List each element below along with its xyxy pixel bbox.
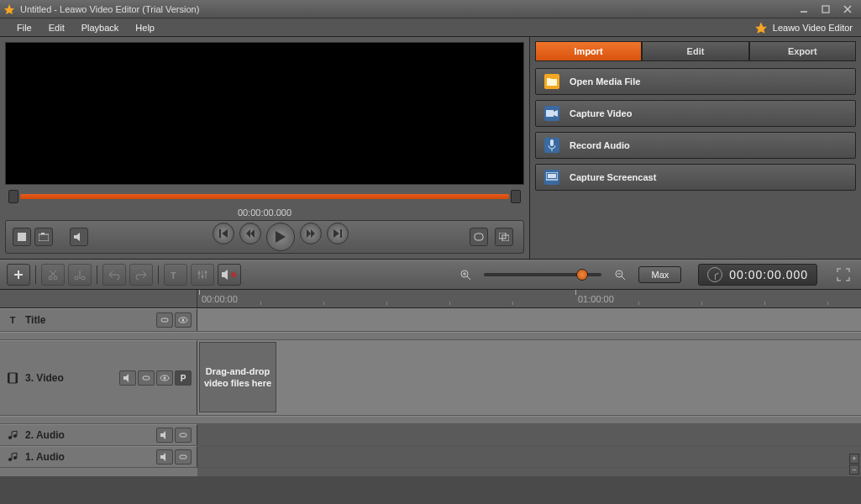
menu-playback[interactable]: Playback (73, 23, 128, 33)
go-start-button[interactable] (213, 223, 234, 244)
action-record-audio[interactable]: Record Audio (535, 132, 856, 159)
svg-marker-11 (250, 229, 255, 238)
svg-marker-13 (307, 229, 311, 238)
add-button[interactable] (7, 264, 30, 286)
svg-rect-51 (161, 318, 168, 322)
camera-icon (544, 106, 559, 121)
split-button[interactable] (68, 264, 92, 286)
text-button[interactable]: T (164, 264, 187, 286)
svg-marker-66 (160, 431, 165, 439)
track-audio-2-body[interactable] (197, 424, 861, 445)
undo-button[interactable] (102, 264, 126, 286)
video-track-icon (5, 370, 20, 386)
svg-line-72 (12, 453, 17, 454)
effects-button[interactable] (191, 264, 214, 286)
monitor-icon (544, 170, 559, 185)
minimize-button[interactable] (794, 3, 814, 16)
track-title-link-button[interactable] (156, 312, 173, 328)
zoom-slider-knob[interactable] (576, 269, 588, 281)
audio-track-icon (5, 449, 20, 465)
close-button[interactable] (837, 3, 858, 16)
svg-line-30 (50, 270, 56, 276)
zoom-slider[interactable] (484, 273, 601, 276)
zoom-in-icon[interactable] (454, 264, 477, 286)
timeline-clock: 00:00:00.000 (698, 264, 817, 286)
maximize-button[interactable] (816, 3, 836, 16)
stop-button[interactable] (13, 228, 31, 246)
action-record-audio-label: Record Audio (570, 140, 630, 150)
svg-point-32 (75, 276, 78, 280)
track-video-body[interactable]: Drag-and-drop video files here (197, 340, 861, 415)
svg-rect-5 (39, 234, 49, 241)
track-title-visibility-button[interactable] (175, 312, 192, 328)
action-capture-video[interactable]: Capture Video (535, 100, 856, 127)
track-video-link-button[interactable] (138, 370, 155, 386)
scrub-handle-right[interactable] (511, 190, 521, 203)
svg-marker-73 (160, 453, 165, 461)
svg-rect-16 (340, 229, 342, 238)
cut-button[interactable] (41, 264, 65, 286)
action-capture-video-label: Capture Video (570, 108, 632, 118)
svg-rect-20 (546, 110, 554, 117)
volume-button[interactable] (70, 228, 88, 246)
scrub-track[interactable] (20, 194, 509, 199)
track-video-header: 3. Video P (0, 340, 197, 415)
track-audio-2-mute-button[interactable] (156, 428, 173, 443)
remove-track-button[interactable]: − (849, 465, 859, 475)
expand-button[interactable] (832, 264, 854, 286)
track-video-mute-button[interactable] (119, 370, 136, 386)
loop-button[interactable] (470, 228, 488, 246)
track-audio-1-mute-button[interactable] (156, 449, 173, 465)
svg-rect-67 (180, 433, 186, 437)
scrub-row (5, 188, 524, 205)
preview-pane: 00:00:00.000 (0, 37, 529, 259)
title-bar: Untitled - Leawo Video Editor (Trial Ver… (0, 0, 861, 18)
track-audio-1-link-button[interactable] (175, 449, 192, 465)
timeline-toolbar: T Max 00:00:00.000 (0, 260, 861, 290)
record-voiceover-button[interactable] (218, 264, 241, 286)
svg-rect-55 (8, 373, 9, 383)
scrub-handle-left[interactable] (8, 190, 18, 203)
import-actions: Open Media File Capture Video Record Aud… (535, 68, 856, 191)
tab-edit[interactable]: Edit (642, 41, 748, 61)
svg-marker-9 (222, 229, 228, 238)
snapshot-button[interactable] (34, 228, 53, 246)
timeline-clock-value: 00:00:00.000 (729, 268, 808, 281)
track-video-label: 3. Video (25, 372, 114, 384)
svg-point-39 (198, 272, 201, 275)
timeline-ruler[interactable]: 00:00:00 01:00:00 (0, 290, 861, 308)
zoom-max-button[interactable]: Max (638, 266, 681, 283)
tab-export[interactable]: Export (749, 41, 856, 61)
track-video-visibility-button[interactable] (156, 370, 173, 386)
preview-video[interactable] (5, 42, 524, 185)
detach-button[interactable] (495, 228, 513, 246)
track-audio-1-body[interactable] (197, 446, 861, 467)
go-end-button[interactable] (327, 223, 349, 244)
menu-file[interactable]: File (8, 23, 40, 33)
video-drop-zone[interactable]: Drag-and-drop video files here (199, 342, 276, 412)
add-track-button[interactable]: + (849, 454, 859, 464)
svg-marker-14 (311, 229, 315, 238)
track-title: T Title (0, 308, 861, 332)
next-frame-button[interactable] (300, 223, 322, 244)
redo-button[interactable] (129, 264, 153, 286)
brand-text: Leawo Video Editor (773, 23, 853, 33)
timeline-scrollbar[interactable] (0, 468, 861, 476)
tab-import[interactable]: Import (535, 41, 642, 61)
action-capture-screencast[interactable]: Capture Screencast (535, 164, 856, 191)
action-capture-screencast-label: Capture Screencast (570, 172, 656, 182)
track-audio-2-link-button[interactable] (175, 428, 192, 443)
svg-rect-74 (180, 455, 186, 459)
track-video-p-button[interactable]: P (175, 370, 192, 386)
menu-help[interactable]: Help (127, 23, 163, 33)
track-audio-2-label: 2. Audio (25, 429, 151, 441)
track-title-body[interactable] (197, 308, 861, 331)
svg-point-40 (202, 276, 204, 278)
zoom-out-icon[interactable] (608, 264, 632, 286)
prev-frame-button[interactable] (239, 223, 261, 244)
preview-timecode: 00:00:00.000 (5, 205, 524, 220)
action-open-media-label: Open Media File (570, 76, 640, 87)
action-open-media[interactable]: Open Media File (535, 68, 856, 95)
play-button[interactable] (266, 223, 295, 251)
menu-edit[interactable]: Edit (40, 23, 73, 33)
